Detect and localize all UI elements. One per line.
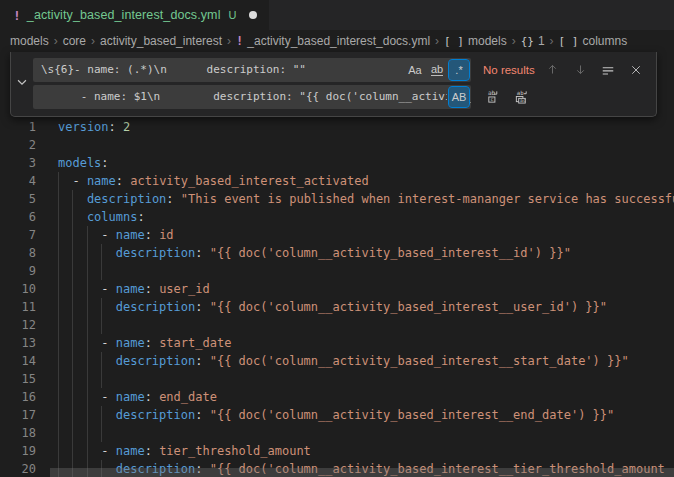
line-text: description: "{{ doc('column__activity_b… (58, 246, 571, 260)
indent-guide (101, 406, 115, 424)
breadcrumb-item-columns[interactable]: [ ]columns (559, 34, 628, 48)
code-line-8[interactable]: 8 description: "{{ doc('column__activity… (0, 244, 674, 262)
indent-guide (72, 370, 86, 388)
indent-guide (87, 334, 101, 352)
indent-guide (58, 280, 72, 298)
indent-guide (58, 388, 72, 406)
code-line-16[interactable]: 16 - name: end_date (0, 388, 674, 406)
line-text: - name: user_id (58, 282, 210, 296)
line-text (58, 264, 116, 278)
find-in-selection-button[interactable] (598, 59, 619, 80)
line-text (58, 426, 116, 440)
close-find-widget-button[interactable] (626, 59, 647, 80)
code-line-1[interactable]: 1version: 2 (0, 118, 674, 136)
tab-title: _activity_based_interest_docs.yml (27, 8, 221, 22)
horizontal-scrollbar[interactable] (50, 468, 674, 477)
regex-button[interactable]: .* (449, 60, 469, 80)
breadcrumb: models›core›activity_based_interest›!_ac… (0, 30, 674, 52)
line-number: 10 (0, 280, 36, 298)
code-line-5[interactable]: 5 description: "This event is published … (0, 190, 674, 208)
indent-guide (101, 262, 115, 280)
line-number: 14 (0, 352, 36, 370)
breadcrumb-item-models[interactable]: models (10, 34, 49, 48)
preserve-case-button[interactable]: AB (449, 87, 469, 107)
breadcrumb-separator-icon: › (512, 34, 516, 48)
indent-guide (72, 334, 86, 352)
code-line-2[interactable]: 2 (0, 136, 674, 154)
breadcrumb-label: _activity_based_interest_docs.yml (247, 34, 430, 48)
find-input[interactable]: \s{6}- name: (.*)\n description: "" Aa a… (33, 58, 471, 82)
breadcrumb-separator-icon: › (227, 34, 231, 48)
line-text: description: "{{ doc('column__activity_b… (58, 408, 614, 422)
vscode-window: ! _activity_based_interest_docs.yml U mo… (0, 0, 674, 477)
code-line-19[interactable]: 19 - name: tier_threshold_amount (0, 442, 674, 460)
indent-guide (58, 370, 72, 388)
indent-guide (58, 424, 72, 442)
code-line-11[interactable]: 11 description: "{{ doc('column__activit… (0, 298, 674, 316)
editor-tab[interactable]: ! _activity_based_interest_docs.yml U (0, 0, 269, 30)
breadcrumb-item-1[interactable]: {}1 (521, 34, 545, 48)
line-text (58, 372, 116, 386)
next-match-button[interactable] (570, 59, 591, 80)
code-line-18[interactable]: 18 (0, 424, 674, 442)
replace-button[interactable]: abc (483, 86, 504, 107)
code-line-13[interactable]: 13 - name: start_date (0, 334, 674, 352)
git-untracked-badge: U (229, 9, 237, 21)
indent-guide (58, 262, 72, 280)
breadcrumb-item-core[interactable]: core (63, 34, 86, 48)
line-number: 2 (0, 136, 36, 154)
replace-row: - name: $1\n description: "{{ doc('colum… (33, 84, 650, 109)
indent-guide (87, 370, 101, 388)
line-text: version: 2 (58, 120, 130, 134)
find-options: Aa ab .* (403, 60, 469, 80)
breadcrumb-separator-icon: › (435, 34, 439, 48)
indent-guide (72, 208, 86, 226)
line-text: description: "This event is published wh… (58, 192, 674, 206)
indent-guide (72, 280, 86, 298)
yaml-warning-icon: ! (13, 9, 21, 22)
replace-all-button[interactable]: abac (511, 86, 532, 107)
code-line-4[interactable]: 4 - name: activity_based_interest_activa… (0, 172, 674, 190)
tab-bar: ! _activity_based_interest_docs.yml U (0, 0, 674, 30)
indent-guide (87, 424, 101, 442)
code-line-6[interactable]: 6 columns: (0, 208, 674, 226)
code-line-17[interactable]: 17 description: "{{ doc('column__activit… (0, 406, 674, 424)
code-line-7[interactable]: 7 - name: id (0, 226, 674, 244)
symbol-array-icon: [ ] (444, 35, 464, 48)
line-number: 18 (0, 424, 36, 442)
toggle-replace-button[interactable] (11, 56, 33, 111)
breadcrumb-item-models[interactable]: [ ]models (444, 34, 507, 48)
code-line-9[interactable]: 9 (0, 262, 674, 280)
line-number: 13 (0, 334, 36, 352)
indent-guide (87, 280, 101, 298)
replace-input-value: - name: $1\n description: "{{ doc('colum… (41, 90, 471, 103)
breadcrumb-item-activity_based_interest[interactable]: activity_based_interest (100, 34, 222, 48)
code-line-12[interactable]: 12 (0, 316, 674, 334)
replace-options: AB (447, 87, 469, 107)
replace-all-icon: abac (514, 89, 529, 104)
chevron-down-icon (15, 75, 29, 93)
indent-guide (87, 244, 101, 262)
code-line-10[interactable]: 10 - name: user_id (0, 280, 674, 298)
whole-word-button[interactable]: ab (427, 60, 447, 80)
line-number: 11 (0, 298, 36, 316)
unsaved-dot-icon[interactable] (249, 11, 257, 19)
line-text: - name: id (58, 228, 174, 242)
code-line-14[interactable]: 14 description: "{{ doc('column__activit… (0, 352, 674, 370)
breadcrumb-separator-icon: › (91, 34, 95, 48)
code-line-3[interactable]: 3models: (0, 154, 674, 172)
indent-guide (87, 442, 101, 460)
breadcrumb-item-_activity_based_interest_docs.yml[interactable]: !_activity_based_interest_docs.yml (236, 34, 430, 48)
match-case-button[interactable]: Aa (405, 60, 425, 80)
indent-guide (87, 352, 101, 370)
line-text (58, 318, 116, 332)
arrow-down-icon (574, 63, 587, 76)
line-number: 20 (0, 460, 36, 477)
previous-match-button[interactable] (542, 59, 563, 80)
indent-guide (72, 298, 86, 316)
replace-input[interactable]: - name: $1\n description: "{{ doc('colum… (33, 85, 471, 109)
code-line-15[interactable]: 15 (0, 370, 674, 388)
find-widget: \s{6}- name: (.*)\n description: "" Aa a… (10, 52, 657, 117)
line-text: - name: end_date (58, 390, 217, 404)
indent-guide (87, 316, 101, 334)
